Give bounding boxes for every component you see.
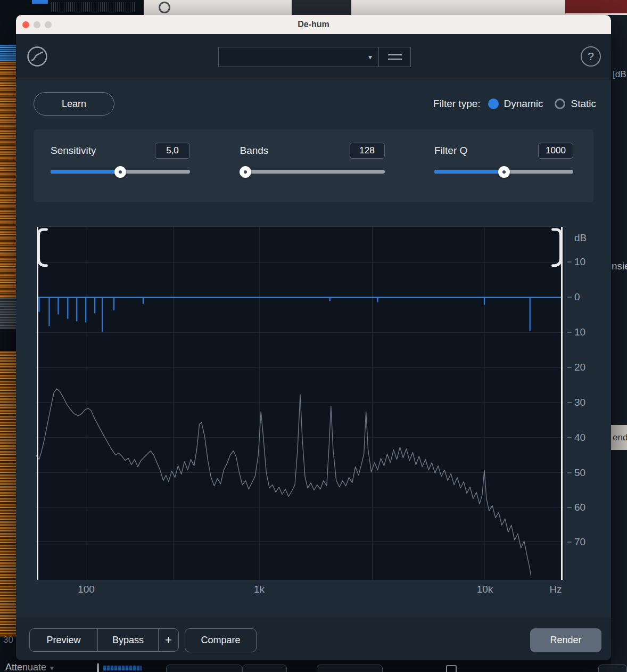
learn-button[interactable]: Learn: [34, 92, 114, 116]
background-spectrogram-gray: [0, 298, 16, 329]
dehum-window: De-hum ▾ ? Learn Filter type: Dynamic: [16, 15, 611, 660]
y-axis-tick-label: 30: [567, 397, 585, 408]
slider-thumb[interactable]: [114, 166, 126, 178]
background-window-edge: [144, 0, 627, 15]
background-logo-fragment-icon: [159, 2, 170, 13]
sensitivity-slider[interactable]: [51, 170, 190, 174]
background-spectrogram-orange-bottom: [0, 351, 16, 636]
slider-thumb[interactable]: [498, 166, 510, 178]
bands-label: Bands: [240, 145, 269, 157]
preset-dropdown[interactable]: ▾: [218, 47, 379, 67]
y-axis-tick-label: 20: [567, 362, 585, 373]
background-selection-fragment: [32, 0, 48, 4]
question-mark-icon: ?: [588, 50, 594, 63]
y-axis-tick-label: dB: [567, 232, 587, 244]
render-button[interactable]: Render: [530, 628, 601, 652]
background-db-label-fragment: [dB: [613, 69, 626, 80]
x-axis-tick-label: 100: [78, 584, 95, 595]
minimize-button[interactable]: [34, 21, 40, 28]
module-header: ▾ ?: [16, 34, 611, 79]
background-button-fragment-end[interactable]: end: [611, 425, 627, 450]
y-axis-labels: dB10010203040506070: [567, 226, 610, 580]
background-window-corner: [565, 0, 627, 13]
radio-dynamic-label[interactable]: Dynamic: [504, 98, 543, 110]
background-waveform-strip: [0, 0, 144, 15]
background-window-slot: [292, 0, 351, 15]
y-axis-tick-label: 40: [567, 432, 585, 444]
radio-static-label[interactable]: Static: [571, 98, 596, 110]
filter-type-label: Filter type:: [433, 98, 481, 110]
y-axis-tick-label: 60: [567, 502, 585, 513]
background-meter-fragment: [103, 666, 142, 670]
x-axis-tick-label: 10k: [477, 584, 493, 595]
x-axis-tick-label: 1k: [254, 584, 265, 595]
radio-dynamic[interactable]: [488, 99, 499, 109]
input-spectrum-curve: [36, 389, 531, 576]
background-text-fragment: nsie: [612, 260, 627, 272]
preview-bypass-group: Preview Bypass +: [29, 628, 179, 652]
range-handle-right[interactable]: [553, 230, 561, 266]
help-button[interactable]: ?: [581, 46, 601, 67]
y-axis-tick-label: 70: [567, 536, 585, 548]
background-playhead-fragment: [97, 663, 99, 672]
title-bar[interactable]: De-hum: [16, 15, 611, 34]
attenuate-label: Attenuate: [5, 662, 46, 672]
background-button-fragment[interactable]: [166, 665, 242, 672]
spectrum-plot[interactable]: [36, 227, 564, 580]
background-spectrogram-blue: [0, 45, 16, 62]
bypass-button[interactable]: Bypass: [97, 629, 158, 651]
parameters-panel: Sensitivity 5,0 Bands 128 Filter Q 1000: [34, 129, 593, 202]
background-button-fragment[interactable]: [598, 665, 627, 672]
filter-q-control: Filter Q 1000: [434, 142, 573, 202]
preset-controls: ▾: [218, 47, 411, 67]
y-axis-tick-label: 0: [567, 291, 580, 303]
filter-type-row: Filter type: Dynamic Static: [433, 92, 596, 116]
zoom-button[interactable]: [45, 21, 52, 28]
preview-button[interactable]: Preview: [30, 629, 97, 651]
slider-fill: [434, 170, 504, 174]
sensitivity-label: Sensitivity: [51, 145, 96, 157]
slider-fill: [51, 170, 120, 174]
background-checkbox-fragment[interactable]: [446, 665, 457, 672]
x-axis-tick-label: Hz: [549, 584, 562, 595]
background-button-fragment[interactable]: [242, 665, 287, 672]
filter-q-value-field[interactable]: 1000: [538, 143, 573, 159]
radio-static[interactable]: [555, 99, 565, 109]
background-timeline-value: 30: [3, 635, 13, 645]
bands-value-field[interactable]: 128: [350, 143, 385, 159]
bands-slider[interactable]: [240, 170, 385, 174]
chevron-down-icon: ▾: [368, 53, 372, 61]
close-button[interactable]: [22, 21, 29, 28]
compare-button[interactable]: Compare: [185, 628, 257, 652]
traffic-lights: [22, 15, 52, 34]
y-axis-tick-label: 10: [567, 326, 585, 338]
range-handle-left[interactable]: [38, 230, 46, 266]
x-axis-labels: 1001k10kHz: [35, 584, 564, 599]
add-button[interactable]: +: [158, 629, 178, 651]
filter-q-slider[interactable]: [434, 170, 573, 174]
background-spectrogram-orange-top: [0, 62, 16, 298]
y-axis-tick-label: 10: [567, 256, 585, 268]
sensitivity-control: Sensitivity 5,0: [51, 142, 190, 202]
attenuate-dropdown[interactable]: Attenuate ▾: [5, 662, 54, 672]
hamburger-icon: [388, 54, 402, 55]
spectrum-display[interactable]: [35, 226, 564, 580]
background-button-fragment[interactable]: [317, 665, 383, 672]
filter-q-label: Filter Q: [434, 145, 467, 157]
sensitivity-value-field[interactable]: 5,0: [155, 143, 190, 159]
bands-control: Bands 128: [240, 142, 385, 202]
window-title: De-hum: [298, 20, 329, 29]
chevron-down-icon: ▾: [50, 663, 54, 672]
preset-menu-button[interactable]: [379, 47, 411, 67]
footer-bar: Preview Bypass + Compare Render: [16, 618, 611, 660]
background-right-strip: [611, 15, 627, 672]
y-axis-tick-label: 50: [567, 467, 585, 479]
background-waveform-texture: [51, 2, 136, 12]
module-logo-icon: [27, 46, 48, 67]
slider-thumb[interactable]: [240, 166, 251, 178]
